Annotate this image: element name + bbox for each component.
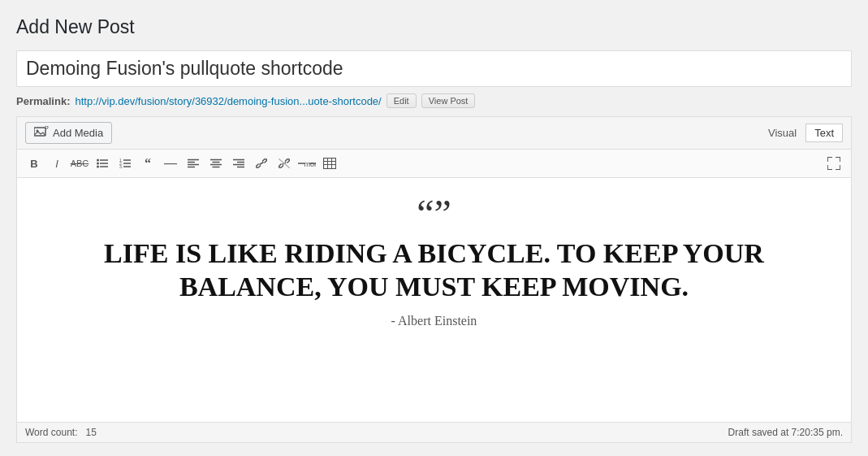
italic-button[interactable]: I [46,153,67,174]
align-left-button[interactable] [183,153,204,174]
bold-button[interactable]: B [24,153,45,174]
editor-container: Add Media Visual Text B I ABC [16,116,852,443]
expand-editor-button[interactable] [823,153,844,174]
table-button[interactable] [319,153,340,174]
edit-permalink-button[interactable]: Edit [386,93,417,108]
align-center-button[interactable] [205,153,227,174]
visual-text-tabs: Visual Text [759,124,843,142]
svg-rect-0 [34,128,45,136]
view-post-button[interactable]: View Post [421,93,476,108]
insert-more-button[interactable]: more [296,153,317,174]
pullquote-text: LIFE IS LIKE RIDING A BICYCLE. TO KEEP Y… [33,237,835,304]
permalink-url[interactable]: http://vip.dev/fusion/story/36932/demoin… [75,95,381,107]
editor-format-toolbar: B I ABC 1. 2. 3. [17,150,851,178]
ul-button[interactable] [92,153,113,174]
svg-rect-35 [324,159,336,169]
svg-point-5 [97,159,99,162]
editor-footer: Word count: 15 Draft saved at 7:20:35 pm… [17,422,851,442]
svg-line-29 [260,163,264,165]
add-media-label: Add Media [53,127,103,139]
svg-point-6 [97,163,99,165]
link-button[interactable] [251,153,272,174]
align-right-button[interactable] [228,153,249,174]
strikethrough-button[interactable]: ABC [69,153,90,174]
svg-point-7 [97,166,99,168]
svg-line-31 [279,159,290,168]
pullquote-author: - Albert Einstein [33,314,835,328]
draft-status: Draft saved at 7:20:35 pm. [728,427,843,438]
word-count-value: 15 [86,427,97,438]
tab-visual[interactable]: Visual [759,124,805,142]
post-title-input[interactable] [16,50,852,87]
editor-toolbar-top: Add Media Visual Text [17,117,851,150]
word-count-label: Word count: [25,427,77,438]
tab-text[interactable]: Text [805,124,843,142]
unlink-button[interactable] [274,153,295,174]
svg-text:3.: 3. [119,164,123,168]
add-media-icon [34,126,49,140]
word-count: Word count: 15 [25,427,97,438]
ol-button[interactable]: 1. 2. 3. [114,153,136,174]
permalink-label: Permalink: [16,95,70,107]
hr-button[interactable]: — [160,153,181,174]
blockquote-button[interactable]: “ [137,153,158,174]
add-media-button[interactable]: Add Media [25,122,112,144]
pullquote-marks: “” [33,194,835,233]
svg-text:more: more [304,160,317,168]
page-title: Add New Post [16,16,852,38]
editor-content[interactable]: “” LIFE IS LIKE RIDING A BICYCLE. TO KEE… [17,178,851,422]
permalink-bar: Permalink: http://vip.dev/fusion/story/3… [16,93,852,108]
